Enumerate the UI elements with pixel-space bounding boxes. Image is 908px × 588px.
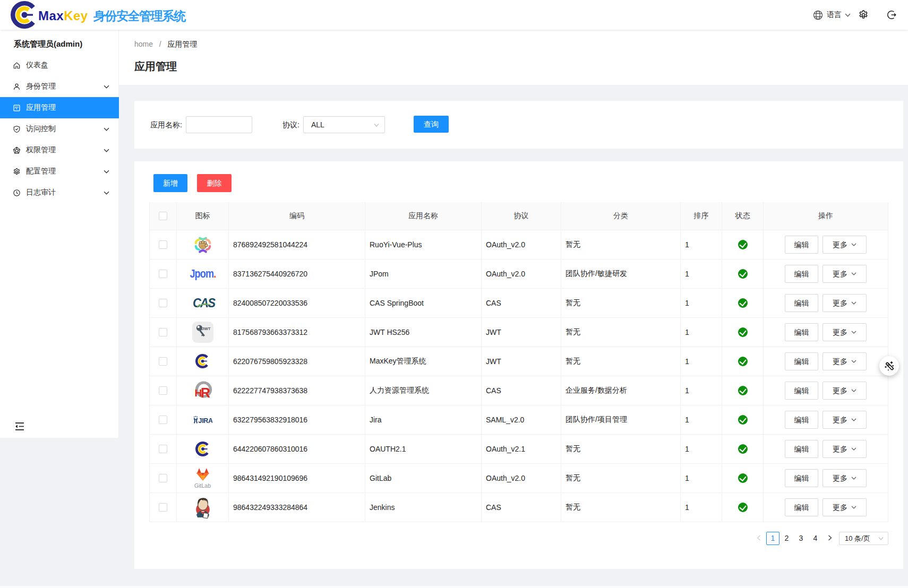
svg-text:JWT: JWT (201, 326, 210, 331)
svg-text:JIRA: JIRA (199, 417, 213, 424)
svg-text:R: R (201, 385, 210, 400)
